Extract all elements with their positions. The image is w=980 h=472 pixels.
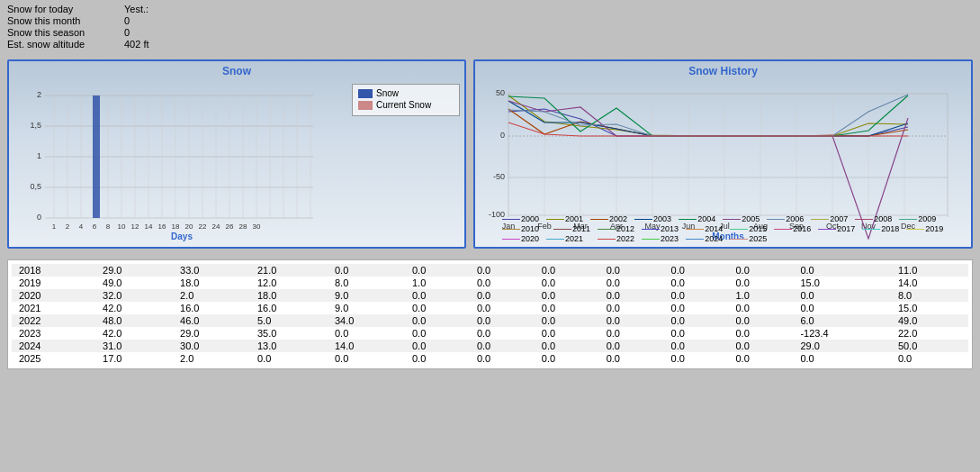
cell-oct: 0.0 [729, 340, 794, 352]
est-altitude-value: 402 ft [124, 39, 149, 50]
cell-aug: 0.0 [599, 302, 664, 314]
cell-jul: 0.0 [535, 340, 599, 352]
cell-feb: 18.0 [173, 277, 250, 289]
cell-apr: 9.0 [328, 302, 405, 314]
legend-current-snow-label: Current Snow [376, 100, 431, 110]
cell-year: 2018 [12, 264, 95, 277]
cell-mar: 13.0 [250, 340, 328, 352]
cell-jan: 42.0 [95, 327, 173, 340]
legend-2008: 2008 [855, 214, 892, 223]
snow-season-row: Snow this season 0 [7, 27, 973, 38]
cell-oct: 0.0 [729, 352, 794, 365]
cell-year: 2023 [12, 327, 95, 340]
table-row: 202032.02.018.09.00.00.00.00.00.01.00.08… [12, 289, 968, 302]
cell-jan: 42.0 [95, 302, 173, 314]
cell-mar: 12.0 [250, 277, 328, 289]
cell-aug: 0.0 [599, 340, 664, 352]
legend-2024: 2024 [686, 234, 723, 243]
cell-feb: 2.0 [173, 289, 250, 302]
cell-year: 2019 [12, 277, 95, 289]
cell-sep: 0.0 [664, 302, 729, 314]
table-row: 202142.016.016.09.00.00.00.00.00.00.00.0… [12, 302, 968, 314]
cell-jul: 0.0 [535, 264, 599, 277]
legend-2021: 2021 [546, 234, 583, 243]
cell-jun: 0.0 [470, 264, 535, 277]
cell-year: 2020 [12, 289, 95, 302]
data-table: 201829.033.021.00.00.00.00.00.00.00.00.0… [12, 264, 968, 365]
legend-2019: 2019 [906, 224, 943, 233]
cell-may: 0.0 [405, 352, 470, 365]
cell-mar: 5.0 [250, 314, 328, 327]
snow-season-label: Snow this season [7, 27, 124, 38]
cell-may: 0.0 [405, 264, 470, 277]
est-altitude-label: Est. snow altitude [7, 39, 124, 50]
cell-aug: 0.0 [599, 314, 664, 327]
cell-may: 1.0 [405, 277, 470, 289]
cell-dec: 22.0 [891, 327, 968, 340]
legend-2012: 2012 [598, 224, 634, 233]
cell-jan: 48.0 [95, 314, 173, 327]
snow-today-row: Snow for today Yest.: [7, 4, 973, 14]
data-table-container: 201829.033.021.00.00.00.00.00.00.00.00.0… [7, 259, 973, 369]
cell-nov: 0.0 [793, 264, 890, 277]
charts-row: Snow 2 1,5 1 0,5 0 [0, 56, 980, 252]
cell-nov: 0.0 [793, 289, 890, 302]
cell-sep: 0.0 [664, 264, 729, 277]
cell-jul: 0.0 [535, 302, 599, 314]
legend-2018: 2018 [862, 224, 899, 233]
snow-today-yest: Yest.: [124, 4, 148, 14]
svg-text:2: 2 [66, 222, 70, 231]
cell-nov: 6.0 [793, 314, 890, 327]
cell-jul: 0.0 [535, 289, 599, 302]
right-chart: Snow History 50 0 -50 -100 [473, 59, 973, 249]
cell-dec: 14.0 [891, 277, 968, 289]
cell-nov: 15.0 [793, 277, 890, 289]
legend-2020: 2020 [502, 234, 539, 243]
cell-may: 0.0 [405, 302, 470, 314]
svg-text:18: 18 [172, 222, 180, 231]
cell-nov: 29.0 [793, 340, 890, 352]
cell-nov: -123.4 [793, 327, 890, 340]
cell-mar: 35.0 [250, 327, 328, 340]
svg-text:22: 22 [199, 222, 207, 231]
svg-rect-30 [93, 95, 100, 218]
left-chart-x-label: Days [16, 231, 347, 241]
cell-apr: 0.0 [328, 327, 405, 340]
cell-jul: 0.0 [535, 352, 599, 365]
cell-apr: 14.0 [328, 340, 405, 352]
cell-jun: 0.0 [470, 352, 535, 365]
right-chart-legend: 2000 2001 2002 2003 2004 2005 2006 2007 … [502, 214, 967, 243]
svg-text:6: 6 [93, 222, 97, 231]
svg-text:0: 0 [37, 213, 41, 222]
svg-text:1: 1 [52, 222, 57, 231]
svg-text:0: 0 [500, 131, 505, 140]
cell-jun: 0.0 [470, 327, 535, 340]
cell-jul: 0.0 [535, 327, 599, 340]
table-body: 201829.033.021.00.00.00.00.00.00.00.00.0… [12, 264, 968, 365]
legend-2013: 2013 [642, 224, 679, 233]
cell-aug: 0.0 [599, 264, 664, 277]
cell-aug: 0.0 [599, 289, 664, 302]
right-chart-title: Snow History [475, 61, 971, 77]
cell-feb: 16.0 [173, 302, 250, 314]
left-chart-svg: 2 1,5 1 0,5 0 [16, 77, 349, 240]
legend-2006: 2006 [767, 214, 804, 223]
cell-sep: 0.0 [664, 340, 729, 352]
cell-dec: 50.0 [891, 340, 968, 352]
svg-text:14: 14 [145, 222, 153, 231]
cell-aug: 0.0 [599, 327, 664, 340]
svg-text:12: 12 [131, 222, 139, 231]
legend-2007: 2007 [811, 214, 848, 223]
cell-feb: 29.0 [173, 327, 250, 340]
legend-2014: 2014 [686, 224, 723, 233]
cell-sep: 0.0 [664, 289, 729, 302]
cell-aug: 0.0 [599, 277, 664, 289]
cell-oct: 0.0 [729, 277, 794, 289]
svg-text:-50: -50 [493, 172, 505, 181]
table-row: 202431.030.013.014.00.00.00.00.00.00.029… [12, 340, 968, 352]
svg-text:20: 20 [185, 222, 193, 231]
cell-jan: 32.0 [95, 289, 173, 302]
legend-snow: Snow [358, 88, 454, 98]
cell-year: 2022 [12, 314, 95, 327]
cell-jan: 31.0 [95, 340, 173, 352]
